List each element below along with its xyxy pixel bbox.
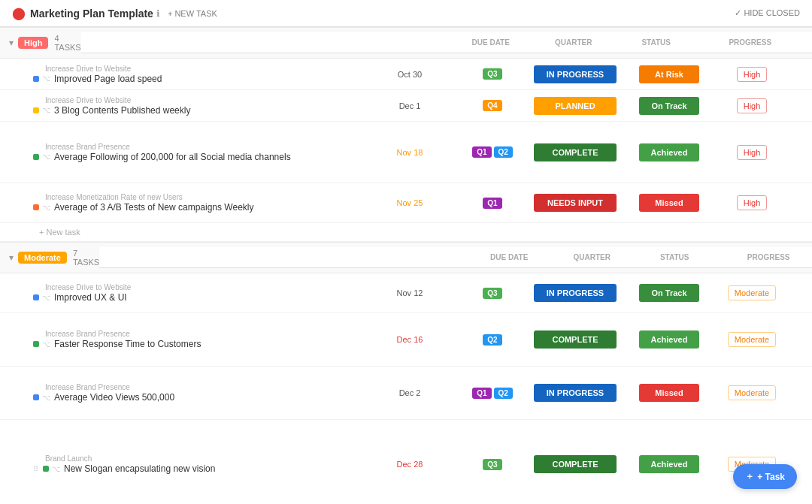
task-hierarchy-icon: ⌥ [42,106,51,114]
task-type-cell: Key Results [789,101,812,110]
quarter-tag[interactable]: Q2 [494,146,513,158]
quarter-tag[interactable]: Q3 [483,68,501,80]
progress-cell: Achieved [624,455,714,473]
group-toggle-moderate[interactable]: ▾ [9,252,14,263]
plus-icon: ＋ [745,470,754,483]
drag-handle-icon[interactable]: ⠿ [33,465,38,473]
status-badge[interactable]: COMPLETE [534,455,617,473]
progress-cell: Missed [624,194,714,212]
hide-closed-button[interactable]: ✓ HIDE CLOSED [735,8,800,18]
due-date-value: Dec 16 [397,335,423,344]
due-date-cell: Dec 2 [361,388,459,397]
progress-badge[interactable]: Achieved [639,143,699,161]
due-date-cell: Nov 12 [361,288,459,297]
task-name-label[interactable]: 3 Blog Contents Published weekly [54,105,190,116]
col-header-quarter: QUARTER [558,250,626,264]
status-badge[interactable]: COMPLETE [534,143,617,161]
effort-value: Moderate [728,332,776,347]
effort-cell: High [714,195,789,210]
due-date-value: Oct 30 [398,70,422,79]
task-status-dot [33,107,39,113]
col-header-due_date: DUE DATE [460,250,558,264]
add-task-float-button[interactable]: ＋ + Task [733,464,797,489]
progress-badge[interactable]: On Track [639,284,699,302]
quarter-tag[interactable]: Q3 [483,459,501,470]
quarter-tag[interactable]: Q4 [483,100,501,111]
task-row: Increase Drive to Website⌥3 Blog Content… [0,90,812,122]
task-status-dot [33,76,39,82]
quarter-tag[interactable]: Q1 [472,388,491,399]
status-cell: IN PROGRESS [526,384,624,402]
task-type-cell: Key Results [789,198,812,207]
info-icon[interactable]: ℹ [156,8,160,19]
col-header-progress: PROGRESS [723,250,812,264]
progress-badge[interactable]: Missed [639,384,699,402]
progress-badge[interactable]: On Track [639,97,699,115]
progress-cell: Missed [624,384,714,402]
group-header-high: ▾ High 4 TASKS DUE DATEQUARTERSTATUSPROG… [0,27,812,59]
new-task-row[interactable]: + New task [0,223,812,242]
task-parent-label: Increase Brand Presence [6,143,355,151]
task-parent-label: Increase Brand Presence [6,383,355,391]
quarter-tag[interactable]: Q1 [483,198,501,209]
status-badge[interactable]: IN PROGRESS [534,284,617,302]
status-cell: COMPLETE [526,330,624,349]
col-header-due_date: DUE DATE [442,35,540,50]
due-date-value: Dec 28 [397,460,423,469]
task-row: Increase Monetization Rate of new Users⌥… [0,183,812,223]
due-date-cell: Nov 25 [361,198,459,207]
due-date-value: Dec 1 [399,101,421,110]
task-cell: Increase Brand Presence⌥Average Followin… [0,138,361,167]
task-name-label[interactable]: New Slogan encapsulating new vision [64,463,215,474]
task-cell: Increase Brand Presence⌥Faster Response … [0,325,361,354]
quarter-tag[interactable]: Q2 [494,388,513,399]
progress-cell: On Track [624,284,714,302]
col-header-effort: EFFORT [795,35,812,50]
task-parent-label: Increase Drive to Website [6,65,355,73]
progress-cell: Achieved [624,330,714,349]
progress-badge[interactable]: At Risk [639,65,699,83]
status-cell: IN PROGRESS [526,65,624,83]
status-cell: NEEDS INPUT [526,194,624,212]
task-status-dot [33,341,39,347]
task-name-label[interactable]: Improved Page load speed [54,74,162,84]
status-badge[interactable]: IN PROGRESS [534,384,617,402]
task-name-label[interactable]: Average Video Views 500,000 [54,392,174,403]
task-row: Brand Launch⠿⌥New Slogan encapsulating n… [0,420,812,504]
task-row: Increase Drive to Website⌥Improved Page … [0,59,812,90]
task-name-label[interactable]: Average of 3 A/B Tests of New campaigns … [54,202,253,213]
col-header-status: STATUS [607,35,705,50]
quarter-cell: Q3 [459,65,526,83]
status-badge[interactable]: IN PROGRESS [534,65,617,83]
progress-badge[interactable]: Achieved [639,330,699,349]
task-type-cell: Key Results [789,70,812,79]
task-status-dot [33,154,39,160]
task-name-label[interactable]: Average Following of 200,000 for all Soc… [54,152,291,162]
due-date-cell: Oct 30 [361,70,459,79]
task-name-label[interactable]: Faster Response Time to Customers [54,339,201,349]
quarter-tag[interactable]: Q3 [483,288,501,299]
progress-badge[interactable]: Missed [639,194,699,212]
task-type-cell: Key Results [789,148,812,157]
task-name-row: ⌥3 Blog Contents Published weekly [6,105,355,116]
due-date-cell: Dec 1 [361,101,459,110]
status-cell: COMPLETE [526,143,624,161]
task-name-label[interactable]: Improved UX & UI [54,292,127,303]
status-badge[interactable]: COMPLETE [534,330,617,349]
task-name-row: ⌥Faster Response Time to Customers [6,339,355,349]
status-badge[interactable]: NEEDS INPUT [534,194,617,212]
task-parent-label: Increase Drive to Website [6,283,355,291]
group-toggle-high[interactable]: ▾ [9,38,14,48]
new-task-button[interactable]: + NEW TASK [168,9,217,18]
task-name-row: ⌥Improved Page load speed [6,74,355,84]
task-hierarchy-icon: ⌥ [42,394,51,402]
effort-value: High [737,98,768,113]
status-badge[interactable]: PLANNED [534,97,617,115]
progress-badge[interactable]: Achieved [639,455,699,473]
effort-cell: Moderate [714,332,789,347]
status-cell: COMPLETE [526,455,624,473]
task-name-row: ⌥Average Following of 200,000 for all So… [6,152,355,162]
column-headers: DUE DATEQUARTERSTATUSPROGRESSEFFORTTASK … [99,247,812,268]
quarter-tag[interactable]: Q1 [472,146,491,158]
quarter-tag[interactable]: Q2 [483,334,501,346]
